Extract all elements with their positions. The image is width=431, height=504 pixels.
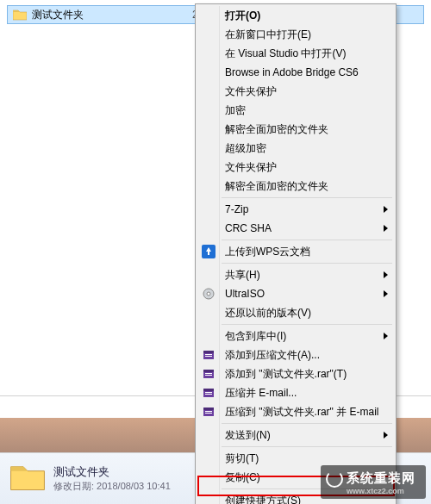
menu-compress-email[interactable]: 压缩并 E-mail... — [197, 383, 394, 402]
svg-rect-12 — [203, 389, 214, 391]
menu-separator — [222, 446, 392, 447]
file-name: 测试文件夹 — [28, 8, 192, 22]
svg-rect-18 — [205, 413, 212, 414]
menu-super-encrypt[interactable]: 超级加密 — [197, 139, 394, 158]
menu-share[interactable]: 共享(H) — [197, 265, 394, 284]
explorer-window: 测试文件夹 2018/08/03 10:41 文件夹 测试文件夹 修改日期: 2… — [0, 0, 431, 504]
svg-rect-8 — [203, 370, 214, 372]
menu-separator — [222, 324, 392, 325]
menu-separator — [222, 423, 392, 424]
winrar-icon — [201, 385, 216, 401]
menu-add-to-archive[interactable]: 添加到压缩文件(A)... — [197, 345, 394, 364]
svg-rect-13 — [205, 392, 212, 393]
submenu-arrow-icon — [382, 200, 389, 219]
menu-add-to-rar[interactable]: 添加到 "测试文件夹.rar"(T) — [197, 364, 394, 383]
menu-folder-protect[interactable]: 文件夹保护 — [197, 82, 394, 101]
menu-open[interactable]: 打开(O) — [197, 6, 394, 25]
menu-restore-previous[interactable]: 还原以前的版本(V) — [197, 303, 394, 322]
details-modified: 修改日期: 2018/08/03 10:41 — [53, 479, 171, 493]
menu-7zip[interactable]: 7-Zip — [197, 200, 394, 219]
menu-separator — [222, 197, 392, 198]
submenu-arrow-icon — [382, 265, 389, 284]
winrar-icon — [201, 347, 216, 363]
context-menu: 打开(O) 在新窗口中打开(E) 在 Visual Studio 中打开(V) … — [195, 3, 397, 504]
details-name: 测试文件夹 — [53, 465, 171, 479]
svg-rect-5 — [205, 354, 212, 355]
menu-folder-protect-2[interactable]: 文件夹保护 — [197, 158, 394, 177]
watermark-url: www.xtcz2.com — [347, 487, 415, 495]
menu-send-to[interactable]: 发送到(N) — [197, 426, 394, 445]
submenu-arrow-icon — [382, 327, 389, 345]
menu-encrypt[interactable]: 加密 — [197, 101, 394, 120]
watermark-swirl-icon — [326, 470, 343, 488]
menu-upload-wps[interactable]: 上传到WPS云文档 — [197, 242, 394, 261]
wps-icon — [201, 244, 216, 259]
menu-decrypt-all[interactable]: 解密全面加密的文件夹 — [197, 120, 394, 139]
svg-rect-10 — [205, 375, 212, 376]
winrar-icon — [201, 404, 216, 420]
menu-include-in-library[interactable]: 包含到库中(I) — [197, 327, 394, 345]
menu-open-new-window[interactable]: 在新窗口中打开(E) — [197, 25, 394, 44]
menu-ultraiso[interactable]: UltraISO — [197, 284, 394, 303]
menu-browse-bridge[interactable]: Browse in Adobe Bridge CS6 — [197, 63, 394, 82]
svg-rect-17 — [205, 411, 212, 412]
svg-rect-16 — [203, 408, 214, 410]
svg-rect-6 — [205, 356, 212, 357]
watermark: 系统重装网 www.xtcz2.com — [321, 465, 426, 499]
submenu-arrow-icon — [382, 219, 389, 238]
submenu-arrow-icon — [382, 426, 389, 445]
menu-separator — [222, 263, 392, 264]
menu-separator — [222, 240, 392, 240]
svg-rect-14 — [205, 394, 212, 395]
ultraiso-icon — [201, 286, 216, 302]
svg-point-2 — [207, 292, 210, 296]
watermark-title: 系统重装网 — [347, 470, 415, 485]
folder-icon — [10, 463, 45, 495]
menu-compress-rar-email[interactable]: 压缩到 "测试文件夹.rar" 并 E-mail — [197, 402, 394, 421]
submenu-arrow-icon — [382, 284, 389, 303]
svg-rect-4 — [203, 351, 214, 353]
menu-open-visual-studio[interactable]: 在 Visual Studio 中打开(V) — [197, 44, 394, 63]
folder-icon — [13, 8, 28, 22]
menu-crc-sha[interactable]: CRC SHA — [197, 219, 394, 238]
menu-decrypt-all-2[interactable]: 解密全面加密的文件夹 — [197, 177, 394, 196]
winrar-icon — [201, 366, 216, 382]
svg-rect-9 — [205, 373, 212, 374]
